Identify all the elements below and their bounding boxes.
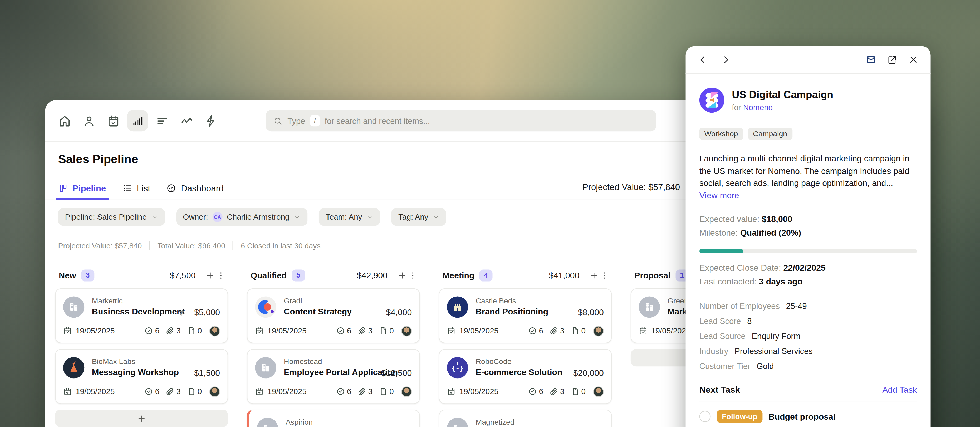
column-count-badge: 3 (81, 269, 94, 281)
filter-tag[interactable]: Tag: Any (391, 208, 447, 226)
field-row: Lead SourceEnquiry Form (700, 328, 917, 343)
calendar-button[interactable] (102, 110, 124, 132)
card-date: 19/05/2025 (460, 387, 498, 396)
projected-value-header: Projected Value: $57,840 (582, 182, 680, 192)
filter-team[interactable]: Team: Any (319, 208, 380, 226)
card-task-count: 6 (347, 387, 351, 396)
desktop-background: Type / for search and recent items... Sa… (0, 0, 980, 427)
file-icon (571, 326, 579, 335)
robot-code-icon (450, 360, 465, 375)
calendar-icon (63, 387, 72, 396)
owner-avatar (593, 386, 603, 397)
tag-pill[interactable]: Campaign (748, 127, 792, 140)
card-value: $20,000 (573, 368, 604, 378)
close-icon[interactable] (908, 54, 919, 65)
calendar-icon (447, 387, 455, 396)
filter-pipeline[interactable]: Pipeline: Sales Pipeline (58, 208, 165, 226)
open-external-icon[interactable] (887, 54, 897, 65)
home-icon (58, 114, 71, 127)
tab-dashboard[interactable]: Dashboard (167, 179, 224, 198)
deal-fields: Number of Employees25-49 Lead Score8 Lea… (700, 298, 917, 373)
chevron-left-icon[interactable] (698, 54, 708, 65)
file-icon (187, 387, 196, 396)
card-task-count: 6 (347, 326, 351, 335)
column-name: Meeting (442, 271, 474, 280)
kanban-icon (58, 183, 68, 193)
castle-icon (450, 300, 465, 314)
home-button[interactable] (54, 110, 75, 132)
list-lines-button[interactable] (151, 110, 173, 132)
filter-owner-value: Charlie Armstrong (227, 213, 289, 221)
view-more-link[interactable]: View more (700, 189, 917, 201)
email-icon[interactable] (865, 54, 876, 65)
filter-owner[interactable]: Owner: CA Charlie Armstrong (176, 208, 307, 226)
plus-icon (206, 271, 215, 280)
automation-button[interactable] (200, 110, 221, 132)
chevron-right-icon[interactable] (721, 54, 731, 65)
attachment-icon (358, 387, 366, 396)
column-menu-button[interactable] (408, 271, 418, 280)
task-row[interactable]: Follow-up Budget proposal (700, 410, 917, 422)
add-task-link[interactable]: Add Task (882, 385, 917, 394)
tab-list[interactable]: List (122, 179, 150, 198)
calendar-icon (255, 387, 264, 396)
deal-card[interactable]: RoboCode E-commerce Solution $20,000 19/… (439, 349, 612, 404)
owner-avatar (401, 386, 412, 397)
contacts-button[interactable] (78, 110, 100, 132)
attachment-icon (549, 326, 558, 335)
field-label: Number of Employees (700, 301, 780, 311)
tasks-icon (528, 326, 537, 335)
card-company: RoboCode (476, 357, 511, 366)
add-deal-button[interactable] (206, 271, 215, 280)
column-new: New 3 $7,500 Marketric Business Developm… (55, 266, 228, 427)
tasks-icon (528, 387, 537, 396)
column-meeting: Meeting 4 $41,000 Castle Beds Brand Posi… (439, 266, 612, 427)
deal-card[interactable]: Homestead Employee Portal Application $1… (247, 349, 420, 404)
column-name: Proposal (634, 271, 670, 280)
kebab-menu-icon (216, 271, 226, 280)
chevron-down-icon (294, 214, 301, 220)
milestone-progress-fill (700, 249, 743, 253)
add-card-button[interactable] (55, 409, 228, 427)
deal-card[interactable]: Magnetized (439, 409, 612, 427)
tab-pipeline-label: Pipeline (72, 183, 106, 193)
task-checkbox[interactable] (700, 411, 711, 422)
activity-button[interactable] (176, 110, 197, 132)
task-type-badge: Follow-up (717, 410, 762, 422)
deal-title: US Digital Campaign (732, 88, 833, 101)
card-attachment-count: 3 (560, 387, 564, 396)
column-menu-button[interactable] (600, 271, 609, 280)
building-icon (258, 360, 273, 375)
company-logo (255, 296, 276, 318)
calendar-icon (639, 326, 648, 335)
deal-card[interactable]: Marketric Business Development $5,000 19… (55, 288, 228, 343)
tab-pipeline[interactable]: Pipeline (58, 179, 106, 198)
search-input[interactable]: Type / for search and recent items... (266, 110, 656, 132)
deal-card[interactable]: BioMax Labs Messaging Workshop $1,500 19… (55, 349, 228, 404)
building-icon (66, 300, 81, 314)
card-value: $8,000 (578, 308, 604, 317)
filter-tag-label: Tag: Any (398, 213, 428, 221)
add-deal-button[interactable] (589, 271, 599, 280)
deal-card[interactable]: Castle Beds Brand Positioning $8,000 19/… (439, 288, 612, 343)
company-logo (447, 418, 468, 427)
card-company: Homestead (284, 357, 322, 366)
add-deal-button[interactable] (398, 271, 407, 280)
filter-team-label: Team: Any (326, 213, 362, 221)
column-menu-button[interactable] (216, 271, 226, 280)
attachment-icon (358, 326, 366, 335)
company-logo (447, 357, 468, 379)
pipeline-button[interactable] (127, 110, 148, 132)
card-date: 19/05/2025 (267, 387, 306, 396)
tag-pill[interactable]: Workshop (700, 127, 743, 140)
close-date-value: 22/02/2025 (783, 263, 826, 273)
page-title: Sales Pipeline (58, 153, 138, 166)
deal-card[interactable]: Aspirion (247, 409, 420, 427)
deal-card[interactable]: Gradi Content Strategy $4,000 19/05/2025… (247, 288, 420, 343)
account-link[interactable]: Nomeno (743, 103, 773, 112)
next-task-heading: Next Task (700, 384, 740, 395)
card-file-count: 0 (581, 326, 585, 335)
bar-chart-icon (131, 114, 144, 127)
field-value: 25-49 (786, 301, 807, 311)
list-lines-icon (156, 114, 169, 127)
